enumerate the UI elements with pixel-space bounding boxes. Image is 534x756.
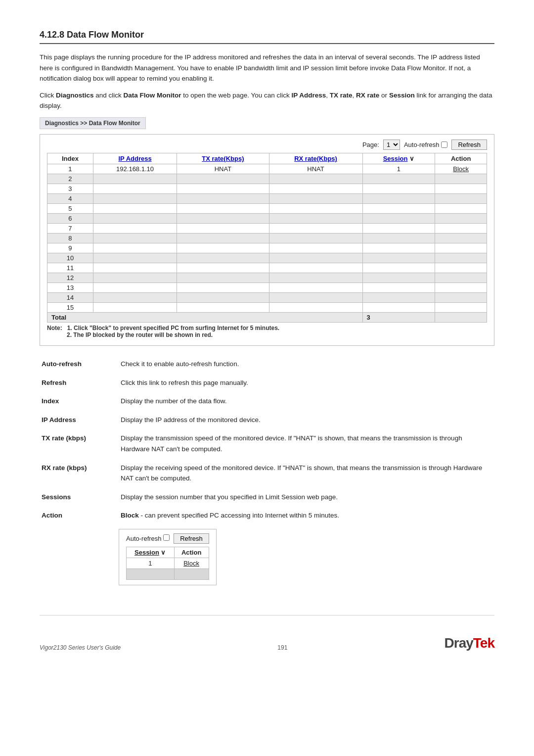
cell-index: 4 — [47, 193, 93, 203]
desc-def: Check it to enable auto-refresh function… — [119, 355, 494, 374]
cell-ip — [93, 223, 177, 233]
col-session[interactable]: Session ∨ — [362, 153, 435, 164]
cell-ip — [93, 203, 177, 213]
cell-rx — [269, 302, 362, 312]
table-row: 8 — [47, 233, 487, 243]
auto-refresh-checkbox[interactable] — [441, 142, 447, 148]
table-row: 15 — [47, 302, 487, 312]
total-action — [435, 312, 487, 322]
cell-ip: 192.168.1.10 — [93, 164, 177, 174]
cell-tx — [177, 273, 269, 283]
cell-action — [435, 223, 487, 233]
total-session: 3 — [362, 312, 435, 322]
cell-tx — [177, 263, 269, 273]
desc-term: Auto-refresh — [40, 355, 119, 374]
table-row: 13 — [47, 283, 487, 292]
cell-tx — [177, 203, 269, 213]
desc-row: TX rate (kbps) Display the transmission … — [40, 429, 494, 458]
cell-ip — [93, 253, 177, 263]
cell-index: 14 — [47, 292, 93, 302]
table-row: 3 — [47, 184, 487, 193]
col-ip[interactable]: IP Address — [93, 153, 177, 164]
cell-tx — [177, 184, 269, 193]
refresh-button[interactable]: Refresh — [451, 140, 487, 150]
mini-action-val[interactable]: Block — [174, 558, 209, 568]
cell-rx — [269, 203, 362, 213]
desc-row: Index Display the number of the data flo… — [40, 392, 494, 411]
desc-row: IP Address Display the IP address of the… — [40, 411, 494, 429]
cell-rx — [269, 233, 362, 243]
table-row: 10 — [47, 253, 487, 263]
cell-tx: HNAT — [177, 164, 269, 174]
cell-ip — [93, 184, 177, 193]
col-index: Index — [47, 153, 93, 164]
cell-rx — [269, 292, 362, 302]
cell-tx — [177, 253, 269, 263]
desc-row: Sessions Display the session number that… — [40, 488, 494, 507]
table-row: 14 — [47, 292, 487, 302]
table-total-row: Total 3 — [47, 312, 487, 322]
cell-index: 12 — [47, 273, 93, 283]
cell-tx — [177, 213, 269, 223]
desc-term: IP Address — [40, 411, 119, 429]
cell-ip — [93, 174, 177, 184]
cell-rx — [269, 213, 362, 223]
cell-action[interactable]: Block — [435, 164, 487, 174]
desc-def: Display the receiving speed of the monit… — [119, 459, 494, 488]
cell-index: 2 — [47, 174, 93, 184]
col-rx[interactable]: RX rate(Kbps) — [269, 153, 362, 164]
cell-session — [362, 233, 435, 243]
cell-session — [362, 223, 435, 233]
col-tx[interactable]: TX rate(Kbps) — [177, 153, 269, 164]
cell-rx — [269, 193, 362, 203]
desc-row: RX rate (kbps) Display the receiving spe… — [40, 459, 494, 488]
cell-rx — [269, 223, 362, 233]
cell-action — [435, 193, 487, 203]
cell-action — [435, 292, 487, 302]
desc-term: RX rate (kbps) — [40, 459, 119, 488]
mini-empty-2 — [174, 568, 209, 579]
cell-index: 11 — [47, 263, 93, 273]
cell-action — [435, 203, 487, 213]
mini-refresh-button[interactable]: Refresh — [174, 533, 209, 544]
cell-session — [362, 253, 435, 263]
cell-action — [435, 213, 487, 223]
table-row: 2 — [47, 174, 487, 184]
auto-refresh-label: Auto-refresh — [404, 141, 448, 148]
monitor-panel: Page: 1 2 Auto-refresh Refresh Index IP … — [40, 134, 494, 346]
col-action: Action — [435, 153, 487, 164]
breadcrumb: Diagnostics >> Data Flow Monitor — [40, 117, 146, 129]
desc-term: TX rate (kbps) — [40, 429, 119, 458]
cell-action — [435, 184, 487, 193]
desc-term: Action — [40, 506, 119, 525]
table-row: 9 — [47, 243, 487, 253]
cell-action — [435, 174, 487, 184]
cell-index: 3 — [47, 184, 93, 193]
cell-action — [435, 233, 487, 243]
cell-rx — [269, 184, 362, 193]
cell-action — [435, 302, 487, 312]
cell-rx — [269, 273, 362, 283]
mini-table: Session ∨ Action 1 Block — [126, 547, 209, 580]
table-row: 7 — [47, 223, 487, 233]
cell-ip — [93, 273, 177, 283]
footer-page-number: 191 — [277, 644, 287, 651]
cell-tx — [177, 302, 269, 312]
cell-tx — [177, 243, 269, 253]
page-select[interactable]: 1 2 — [383, 140, 400, 150]
cell-ip — [93, 243, 177, 253]
cell-rx — [269, 174, 362, 184]
desc-def: Display the number of the data flow. — [119, 392, 494, 411]
table-row: 6 — [47, 213, 487, 223]
cell-action — [435, 253, 487, 263]
cell-session — [362, 273, 435, 283]
mini-auto-refresh-checkbox[interactable] — [163, 534, 170, 541]
cell-session — [362, 243, 435, 253]
cell-rx — [269, 253, 362, 263]
cell-index: 1 — [47, 164, 93, 174]
table-row: 11 — [47, 263, 487, 273]
cell-tx — [177, 283, 269, 292]
description-table: Auto-refresh Check it to enable auto-ref… — [40, 355, 494, 525]
mini-col-session[interactable]: Session ∨ — [127, 547, 175, 558]
desc-def: Display the IP address of the monitored … — [119, 411, 494, 429]
